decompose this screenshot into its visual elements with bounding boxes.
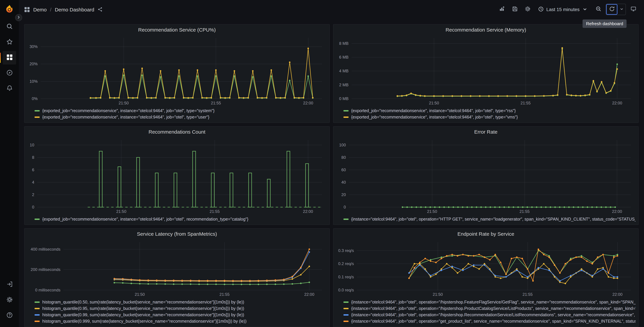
legend-item[interactable]: {instance="otelcol:9464", job="otel", op… (344, 306, 636, 311)
sidebar-item-help[interactable] (3, 309, 16, 322)
legend-item[interactable]: {instance="otelcol:9464", job="otel", op… (344, 299, 636, 305)
zoom-out-button[interactable] (593, 4, 604, 15)
legend-item[interactable]: histogram_quantile(0.95, sum(rate(latenc… (34, 306, 327, 311)
refresh-button[interactable] (606, 4, 618, 15)
legend-item[interactable]: {exported_job="recommendationservice", i… (344, 108, 636, 114)
svg-text:21:55: 21:55 (211, 101, 221, 105)
breadcrumb-section[interactable]: Demo (33, 6, 47, 12)
sidebar-item-dashboards[interactable] (3, 51, 16, 64)
cycle-view-button[interactable] (628, 4, 639, 15)
panel-title[interactable]: Recommendations Count (24, 126, 330, 137)
grafana-app: Demo / Demo Dashboard Last 15 minutes (0, 0, 644, 327)
panel-title[interactable]: Error Rate (334, 126, 638, 137)
grafana-logo[interactable] (2, 3, 16, 16)
dashboard-settings-button[interactable] (522, 4, 533, 15)
legend-label: {instance="otelcol:9464", job="otel", op… (351, 319, 636, 324)
sidebar-item-alerting[interactable] (3, 82, 16, 95)
legend-item[interactable]: {instance="otelcol:9464", job="otel", op… (344, 318, 636, 324)
share-dashboard-button[interactable] (98, 7, 102, 12)
time-range-label: Last 15 minutes (546, 7, 580, 12)
legend-item[interactable]: {exported_job="recommendationservice", i… (34, 108, 327, 114)
dashboard-grid: Recommendation Service (CPU%) 0%10%20%30… (19, 19, 644, 327)
panel-legend: {instance="otelcol:9464", job="otel", op… (334, 215, 638, 224)
sidebar-item-explore[interactable] (3, 66, 16, 80)
sidebar-expand-button[interactable] (15, 14, 22, 21)
panel-recommendations-count: Recommendations Count 024681021:5021:552… (24, 126, 330, 225)
legend-swatch (34, 320, 40, 322)
legend-item[interactable]: {exported_job="recommendationservice", i… (34, 114, 327, 120)
legend-swatch (34, 308, 40, 309)
svg-text:40: 40 (341, 180, 346, 184)
time-series-chart[interactable]: 0%10%20%30%21:5021:5522:00 (27, 34, 327, 107)
svg-text:10%: 10% (30, 79, 38, 84)
time-series-chart[interactable]: 0.0 req/s0.1 req/s0.2 req/s0.3 req/s21:5… (336, 239, 636, 298)
svg-text:80: 80 (341, 155, 346, 160)
legend-item[interactable]: histogram_quantile(0.999, sum(rate(laten… (34, 318, 327, 324)
sign-in-icon (6, 281, 12, 288)
legend-label: {instance="otelcol:9464", job="otel", op… (351, 300, 636, 304)
svg-text:6: 6 (32, 168, 34, 172)
svg-text:21:50: 21:50 (427, 209, 437, 214)
svg-text:22:00: 22:00 (612, 292, 622, 296)
time-series-chart[interactable]: 024681021:5021:5522:00 (27, 137, 327, 215)
bell-icon (6, 85, 12, 92)
time-series-chart[interactable]: 0 milliseconds200 milliseconds400 millis… (27, 239, 327, 298)
refresh-interval-dropdown[interactable] (618, 4, 626, 15)
sidebar-item-sign-in[interactable] (3, 278, 16, 292)
svg-text:22:00: 22:00 (304, 292, 314, 296)
legend-item[interactable]: {exported_job="recommendationservice", i… (34, 216, 327, 222)
svg-text:4 MB: 4 MB (339, 69, 348, 73)
save-dashboard-button[interactable] (509, 4, 520, 15)
breadcrumb: Demo / Demo Dashboard (24, 6, 102, 12)
panel-legend: histogram_quantile(0.50, sum(rate(latenc… (24, 298, 330, 327)
panel-title[interactable]: Endpoint Rate by Service (334, 229, 638, 239)
panel-endpoint-rate: Endpoint Rate by Service 0.0 req/s0.1 re… (333, 228, 639, 327)
time-series-chart[interactable]: 0 MB2 MB4 MB6 MB8 MB21:5021:5522:00 (336, 34, 636, 107)
legend-item[interactable]: {instance="otelcol:9464", job="otel", op… (344, 216, 636, 222)
legend-swatch (34, 116, 40, 118)
legend-swatch (344, 314, 348, 316)
legend-label: {instance="otelcol:9464", job="otel", op… (351, 312, 636, 317)
apps-grid-icon (24, 6, 30, 12)
legend-item[interactable]: {exported_job="recommendationservice", i… (344, 114, 636, 120)
legend-item[interactable]: histogram_quantile(0.50, sum(rate(latenc… (34, 299, 327, 305)
main-area: Demo / Demo Dashboard Last 15 minutes (19, 0, 644, 327)
topbar: Demo / Demo Dashboard Last 15 minutes (19, 0, 644, 19)
legend-label: {exported_job="recommendationservice", i… (351, 115, 518, 119)
svg-text:0.2 req/s: 0.2 req/s (338, 261, 354, 266)
panel-service-latency: Service Latency (from SpanMetrics) 0 mil… (24, 228, 330, 327)
legend-label: {instance="otelcol:9464", job="otel", op… (351, 217, 636, 222)
svg-text:2: 2 (32, 192, 34, 197)
legend-label: {exported_job="recommendationservice", i… (42, 115, 209, 119)
panel-legend: {exported_job="recommendationservice", i… (24, 215, 330, 224)
svg-text:30%: 30% (30, 44, 38, 49)
sidebar-item-configuration[interactable] (3, 294, 16, 307)
svg-text:2 MB: 2 MB (339, 82, 348, 87)
svg-text:22:00: 22:00 (612, 101, 622, 105)
time-series-chart[interactable]: 02040608010021:5021:5522:00 (336, 137, 636, 215)
legend-swatch (34, 314, 40, 316)
svg-text:4: 4 (32, 180, 34, 184)
panel-title[interactable]: Recommendation Service (CPU%) (24, 24, 330, 34)
svg-text:0 milliseconds: 0 milliseconds (35, 288, 60, 292)
svg-text:0 MB: 0 MB (339, 96, 348, 101)
svg-text:0: 0 (344, 205, 346, 209)
sidebar-item-search[interactable] (3, 20, 16, 34)
star-icon (6, 38, 12, 46)
legend-item[interactable]: {instance="otelcol:9464", job="otel", op… (344, 312, 636, 318)
time-range-picker[interactable]: Last 15 minutes (535, 4, 591, 15)
legend-label: {instance="otelcol:9464", job="otel", op… (351, 306, 636, 311)
add-panel-button[interactable] (496, 4, 507, 15)
breadcrumb-dashboard[interactable]: Demo Dashboard (55, 6, 94, 12)
svg-text:8 MB: 8 MB (339, 41, 348, 46)
legend-item[interactable]: histogram_quantile(0.99, sum(rate(latenc… (34, 312, 327, 318)
legend-swatch (344, 308, 348, 309)
refresh-button-group (606, 4, 626, 15)
chevron-down-icon (619, 7, 624, 12)
breadcrumb-separator: / (50, 6, 51, 12)
sidebar-item-starred[interactable] (3, 36, 16, 49)
legend-swatch (344, 301, 348, 303)
panel-title[interactable]: Service Latency (from SpanMetrics) (24, 229, 330, 239)
svg-text:60: 60 (341, 168, 346, 172)
legend-swatch (344, 116, 348, 118)
